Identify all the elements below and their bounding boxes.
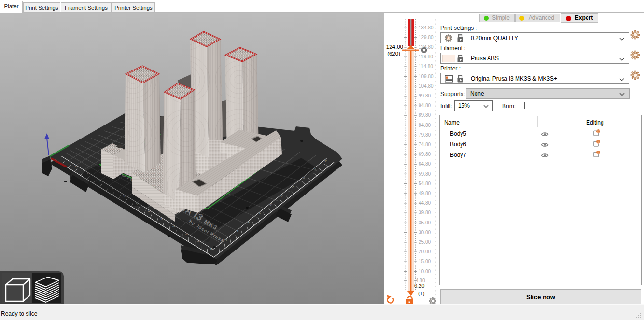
svg-text:0.20: 0.20 (414, 283, 424, 289)
svg-text:(620): (620) (387, 51, 400, 56)
svg-text:79.80: 79.80 (419, 132, 431, 138)
svg-text:69.80: 69.80 (419, 152, 431, 157)
svg-text:109.80: 109.80 (419, 74, 434, 79)
svg-text:54.80: 54.80 (419, 181, 431, 186)
svg-text:20.00: 20.00 (419, 249, 431, 254)
svg-text:44.80: 44.80 (419, 200, 431, 206)
svg-text:25.00: 25.00 (419, 239, 431, 245)
svg-text:(1): (1) (418, 291, 424, 296)
svg-text:104.80: 104.80 (419, 83, 434, 89)
svg-text:99.80: 99.80 (419, 93, 431, 98)
svg-text:124.00: 124.00 (386, 44, 403, 50)
svg-text:30.00: 30.00 (419, 230, 431, 235)
svg-text:49.80: 49.80 (419, 191, 431, 196)
svg-text:4.80: 4.80 (416, 278, 425, 283)
svg-text:74.80: 74.80 (419, 142, 431, 147)
svg-text:35.00: 35.00 (419, 220, 431, 225)
svg-text:119.80: 119.80 (419, 54, 433, 59)
svg-text:59.80: 59.80 (419, 171, 431, 177)
svg-text:94.80: 94.80 (419, 103, 431, 108)
svg-text:10.00: 10.00 (419, 269, 431, 274)
svg-text:129.80: 129.80 (419, 35, 434, 40)
svg-text:114.80: 114.80 (419, 64, 433, 69)
svg-text:64.80: 64.80 (419, 161, 431, 167)
svg-text:84.80: 84.80 (419, 123, 431, 128)
svg-text:39.80: 39.80 (419, 210, 431, 215)
svg-text:15.00: 15.00 (419, 259, 431, 264)
svg-text:134.80: 134.80 (419, 25, 434, 30)
svg-text:89.80: 89.80 (419, 112, 431, 118)
